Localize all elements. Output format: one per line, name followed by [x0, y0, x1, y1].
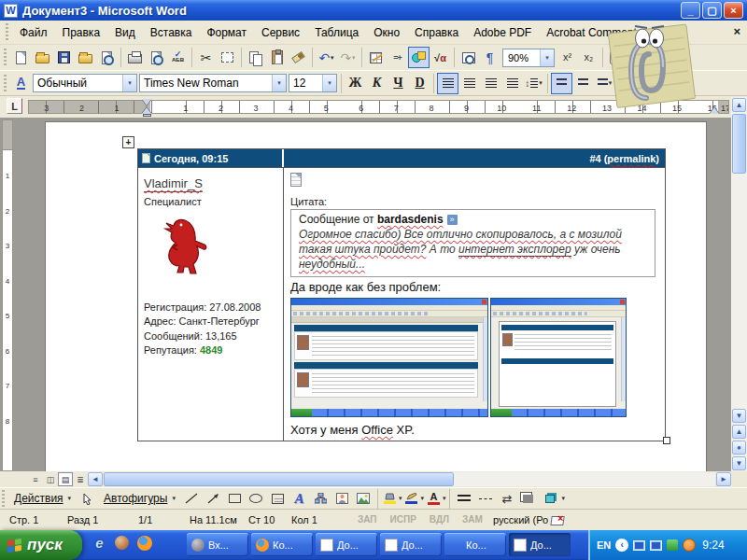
shadow-style-button[interactable]	[517, 488, 539, 510]
forum-post-table[interactable]: Сегодня, 09:15 #4 (permalink) Vladimir_S…	[137, 148, 666, 441]
status-flag[interactable]: ЗАП	[358, 514, 377, 525]
toolbar-grip[interactable]	[2, 490, 5, 508]
menu-item[interactable]: Вставка	[143, 22, 200, 43]
toolbar-grip[interactable]	[4, 75, 7, 92]
status-flag[interactable]: ИСПР	[390, 514, 416, 525]
previous-page-button[interactable]: ▲	[732, 425, 746, 439]
menu-item[interactable]: Таблица	[307, 22, 366, 43]
username-link[interactable]: Vladimir_S	[144, 176, 203, 192]
print-preview-button[interactable]	[146, 47, 167, 68]
document-page[interactable]: + Сегодня, 09:15 #4 (permalink) Vladimir…	[45, 121, 707, 471]
rectangle-button[interactable]	[224, 488, 246, 510]
italic-button[interactable]: К	[366, 73, 388, 94]
vertical-scroll-thumb[interactable]	[732, 114, 746, 174]
normal-view-button[interactable]: ≡	[28, 472, 43, 486]
size-dropdown-icon[interactable]: ▾	[322, 75, 336, 91]
quote-author-link[interactable]: bardasdenis	[377, 213, 444, 226]
wordart-button[interactable]: А	[289, 488, 310, 510]
save-button[interactable]	[53, 47, 75, 68]
close-button[interactable]: ×	[724, 2, 743, 19]
left-indent-marker[interactable]	[143, 114, 151, 117]
office-assistant-clippy[interactable]	[603, 23, 698, 113]
select-browse-object-button[interactable]: ●	[732, 441, 746, 455]
taskbar-button[interactable]: До...	[316, 533, 377, 556]
align-center-button[interactable]	[458, 73, 480, 94]
taskbar-button[interactable]: До...	[380, 533, 442, 556]
dash-style-button[interactable]	[474, 488, 496, 510]
insert-cells-button[interactable]: =+	[387, 47, 408, 68]
taskbar-button[interactable]: Вх...	[187, 533, 248, 556]
scroll-left-button[interactable]: ◄	[88, 472, 103, 486]
undo-dropdown-icon[interactable]: ▾	[331, 54, 334, 62]
tab-selector[interactable]: L	[7, 98, 22, 114]
styles-button[interactable]: А	[10, 73, 32, 94]
restore-button[interactable]: ▢	[702, 2, 722, 19]
line-style-button[interactable]	[453, 488, 474, 510]
firefox-quicklaunch-icon[interactable]	[136, 535, 152, 551]
horizontal-scroll-track[interactable]	[104, 472, 715, 486]
numbered-list-button[interactable]	[551, 73, 572, 94]
menu-grip[interactable]	[6, 23, 8, 41]
font-dropdown-icon[interactable]: ▾	[272, 75, 286, 91]
vertical-scrollbar[interactable]: ▲ ▼ ▲ ● ▼	[731, 97, 747, 471]
3d-style-button[interactable]	[539, 488, 560, 510]
arrow-button[interactable]	[203, 488, 224, 510]
cut-button[interactable]: ✂	[195, 47, 217, 68]
language-indicator[interactable]: EN	[597, 539, 611, 551]
line-spacing-button[interactable]: ↕▾	[523, 73, 544, 94]
oval-button[interactable]	[246, 488, 267, 510]
status-flag[interactable]: ВДЛ	[430, 514, 449, 525]
taskbar-button[interactable]: Ко...	[444, 533, 506, 556]
goto-post-icon[interactable]: »	[447, 215, 458, 225]
justify-button[interactable]	[501, 73, 523, 94]
start-button[interactable]: пуск	[0, 530, 82, 560]
open-button[interactable]	[32, 47, 53, 68]
print-button[interactable]	[124, 47, 146, 68]
arrow-style-button[interactable]: ⇄	[496, 488, 517, 510]
hanging-indent-marker[interactable]	[142, 107, 151, 114]
menu-item[interactable]: Adobe PDF	[466, 22, 539, 43]
subscript-button[interactable]: x₂	[578, 47, 599, 68]
toolbar-options-icon[interactable]: ▾	[561, 495, 565, 502]
font-color-dropdown-icon[interactable]: ▾	[443, 495, 446, 502]
equation-button[interactable]: √α	[430, 47, 451, 68]
diagram-button[interactable]	[310, 488, 331, 510]
menu-item[interactable]: Сервис	[254, 22, 307, 43]
align-right-button[interactable]	[480, 73, 501, 94]
zoom-dropdown-icon[interactable]: ▾	[540, 49, 554, 66]
network-icon[interactable]	[633, 540, 645, 551]
menu-item[interactable]: Правка	[55, 22, 108, 43]
scroll-right-button[interactable]: ►	[716, 472, 731, 486]
search-button[interactable]	[96, 47, 118, 68]
frame-button[interactable]	[217, 47, 238, 68]
menu-item[interactable]: Формат	[199, 22, 254, 43]
menu-item[interactable]: Вид	[107, 22, 143, 43]
email-button[interactable]	[75, 47, 96, 68]
align-left-button[interactable]	[437, 73, 458, 94]
drawing-button[interactable]	[408, 47, 430, 68]
underline-button[interactable]: Ч	[388, 73, 409, 94]
menu-item[interactable]: Окно	[366, 22, 407, 43]
line-button[interactable]	[181, 488, 203, 510]
network-icon-2[interactable]	[650, 540, 662, 551]
superscript-button[interactable]: x²	[557, 47, 578, 68]
format-painter-button[interactable]	[288, 47, 309, 68]
web-layout-button[interactable]: ◫	[43, 472, 58, 486]
document-map-button[interactable]	[458, 47, 479, 68]
line-color-button[interactable]: ▾	[402, 488, 425, 510]
menu-item[interactable]: Справка	[407, 22, 466, 43]
bold-button[interactable]: Ж	[345, 73, 366, 94]
redo-dropdown-icon[interactable]: ▾	[352, 54, 356, 62]
font-combo[interactable]: Times New Roman▾	[139, 74, 287, 92]
double-underline-button[interactable]: D	[409, 73, 430, 94]
scroll-up-button[interactable]: ▲	[732, 98, 746, 112]
next-page-button[interactable]: ▼	[732, 456, 746, 470]
quicklaunch-app-icon[interactable]	[114, 535, 130, 551]
status-flag[interactable]: ЗАМ	[462, 514, 483, 525]
table-resize-handle[interactable]	[663, 437, 670, 444]
line-color-dropdown-icon[interactable]: ▾	[420, 495, 424, 502]
show-formatting-button[interactable]: ¶	[479, 47, 500, 68]
post-permalink[interactable]: #4 (permalink)	[284, 153, 665, 164]
embedded-screenshot-browser[interactable]	[290, 298, 488, 417]
redo-button[interactable]: ↷▾	[337, 47, 359, 68]
